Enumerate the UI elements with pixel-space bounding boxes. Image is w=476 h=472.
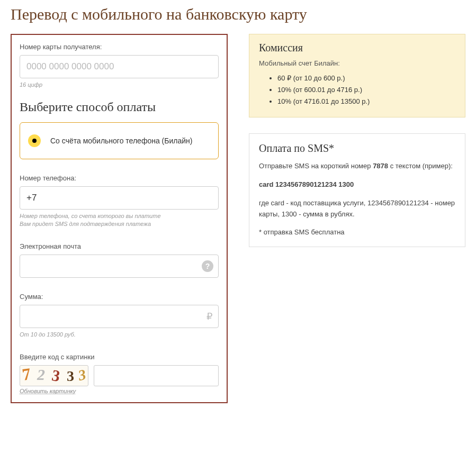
- amount-label: Сумма:: [20, 293, 219, 301]
- payment-method-label: Со счёта мобильного телефона (Билайн): [50, 136, 192, 147]
- email-input[interactable]: [20, 255, 219, 278]
- sms-intro: Отправьте SMS на короткий номер 7878 с т…: [259, 161, 455, 172]
- commission-item: 60 ₽ (от 10 до 600 р.): [277, 72, 455, 84]
- sms-note: * отправка SMS бесплатна: [259, 227, 455, 238]
- sms-explain: где card - код поставщика услуги, 123456…: [259, 198, 455, 220]
- page-title: Перевод с мобильного на банковскую карту: [11, 5, 465, 23]
- captcha-label: Введите код с картинки: [20, 353, 219, 361]
- payment-form: Номер карты получателя: 16 цифр Выберите…: [11, 34, 228, 403]
- payment-method-option[interactable]: Со счёта мобильного телефона (Билайн): [20, 122, 219, 159]
- amount-hint: От 10 до 13500 руб.: [20, 331, 219, 338]
- card-hint: 16 цифр: [20, 81, 219, 88]
- captcha-image: 7 2 3 3 3: [20, 365, 88, 386]
- sms-payment-panel: Оплата по SMS* Отправьте SMS на короткий…: [249, 133, 465, 247]
- amount-input[interactable]: [20, 305, 219, 328]
- commission-panel: Комиссия Мобильный счет Билайн: 60 ₽ (от…: [249, 34, 465, 117]
- card-label: Номер карты получателя:: [20, 43, 219, 51]
- sms-title: Оплата по SMS*: [259, 142, 455, 155]
- sms-example: card 1234567890121234 1300: [259, 179, 455, 190]
- captcha-input[interactable]: [94, 365, 219, 386]
- commission-item: 10% (от 600.01 до 4716 р.): [277, 84, 455, 96]
- help-icon[interactable]: ?: [202, 260, 213, 272]
- phone-hint: Номер телефона, со счета которого вы пла…: [20, 212, 219, 228]
- phone-input[interactable]: [20, 186, 219, 210]
- captcha-refresh-link[interactable]: Обновить картинку: [20, 388, 88, 394]
- card-number-input[interactable]: [20, 55, 219, 78]
- commission-item: 10% (от 4716.01 до 13500 р.): [277, 96, 455, 107]
- commission-subtitle: Мобильный счет Билайн:: [259, 59, 455, 67]
- phone-label: Номер телефона:: [20, 174, 219, 182]
- commission-title: Комиссия: [259, 42, 455, 54]
- payment-method-title: Выберите способ оплаты: [20, 100, 219, 114]
- ruble-icon: ₽: [206, 311, 212, 322]
- email-label: Электронная почта: [20, 242, 219, 250]
- radio-selected-icon: [28, 134, 41, 147]
